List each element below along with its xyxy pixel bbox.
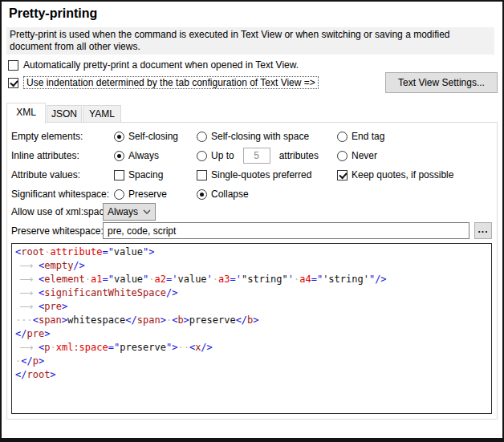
- code-line: ⟶<p·xml:space="preserve">··<x/>: [15, 341, 488, 355]
- radio-self-closing[interactable]: Self-closing: [114, 128, 178, 144]
- auto-pretty-print-label[interactable]: Automatically pretty-print a document wh…: [23, 59, 299, 71]
- self-closing-label: Self-closing: [128, 131, 178, 142]
- code-line: ⟶<pre>: [15, 300, 488, 314]
- radio-up-to[interactable]: Up to attributes: [197, 148, 319, 164]
- never-label: Never: [352, 150, 377, 161]
- preserve-label: Preserve: [128, 189, 167, 200]
- checkbox-keep-quotes[interactable]: Keep quotes, if possible: [337, 167, 453, 183]
- spacing-label: Spacing: [128, 169, 163, 180]
- significant-whitespace-label: Significant whitespace:: [11, 186, 109, 202]
- preserve-whitespace-input[interactable]: [103, 222, 469, 239]
- checkbox-single-quotes[interactable]: Single-quotes preferred: [197, 167, 311, 183]
- attribute-values-label: Attribute values:: [11, 167, 80, 183]
- use-indentation-label[interactable]: Use indentation determined by the tab co…: [23, 76, 319, 89]
- code-line: ·</p>: [15, 355, 488, 368]
- self-closing-radio[interactable]: [114, 132, 124, 142]
- allow-xml-space-label: Allow use of xml:space:: [11, 204, 112, 220]
- pretty-printing-settings-panel: Pretty-printing Pretty-print is used whe…: [0, 0, 504, 442]
- empty-elements-label: Empty elements:: [11, 128, 83, 144]
- xml-space-dropdown[interactable]: Always: [103, 203, 156, 221]
- never-radio[interactable]: [337, 151, 348, 161]
- code-line: ⟶<significantWhiteSpace/>: [15, 286, 488, 300]
- code-line: <root·attribute="value">: [15, 245, 488, 259]
- tab-yaml[interactable]: YAML: [83, 105, 121, 123]
- code-line: </root>: [15, 368, 488, 382]
- end-tag-radio[interactable]: [337, 132, 348, 142]
- code-line: </pre>: [15, 327, 488, 341]
- collapse-label: Collapse: [211, 189, 249, 200]
- up-to-label: Up to: [211, 150, 234, 161]
- self-closing-with-space-label: Self-closing with space: [211, 131, 309, 142]
- radio-self-closing-with-space[interactable]: Self-closing with space: [197, 128, 309, 144]
- code-line: ⟶<element·a1="value"·a2='value'·a3='"str…: [15, 273, 488, 286]
- end-tag-label: End tag: [352, 131, 384, 142]
- up-to-radio[interactable]: [197, 151, 207, 161]
- radio-collapse[interactable]: Collapse: [197, 186, 249, 202]
- code-preview[interactable]: <root·attribute="value">⟶<empty/>⟶<eleme…: [11, 243, 492, 414]
- keep-quotes-checkbox[interactable]: [337, 170, 348, 180]
- radio-end-tag[interactable]: End tag: [337, 128, 384, 144]
- tab-json[interactable]: JSON: [47, 105, 82, 123]
- self-closing-with-space-radio[interactable]: [197, 132, 207, 142]
- keep-quotes-label: Keep quotes, if possible: [352, 169, 453, 180]
- preserve-radio[interactable]: [114, 189, 124, 200]
- single-quotes-label: Single-quotes preferred: [211, 169, 311, 180]
- collapse-radio[interactable]: [197, 189, 207, 200]
- code-line: ⟶<empty/>: [15, 259, 488, 273]
- auto-pretty-print-checkbox[interactable]: [8, 60, 18, 71]
- page-title: Pretty-printing: [9, 6, 97, 21]
- preserve-whitespace-label: Preserve whitespace:: [11, 223, 104, 239]
- checkbox-spacing[interactable]: Spacing: [114, 167, 163, 183]
- up-to-attributes-input[interactable]: [243, 148, 270, 164]
- use-indentation-checkbox[interactable]: [8, 78, 18, 88]
- auto-pretty-print-row: Automatically pretty-print a document wh…: [8, 59, 299, 71]
- always-label: Always: [128, 150, 159, 161]
- radio-never[interactable]: Never: [337, 148, 377, 164]
- single-quotes-checkbox[interactable]: [197, 170, 207, 180]
- tab-xml[interactable]: XML: [6, 103, 46, 124]
- radio-preserve[interactable]: Preserve: [114, 186, 167, 202]
- always-radio[interactable]: [114, 151, 124, 161]
- radio-always[interactable]: Always: [114, 148, 159, 164]
- xml-space-selected-value: Always: [108, 206, 138, 217]
- chevron-down-icon: [143, 209, 151, 214]
- code-line: ···<span>whitespace</span>·<b>preserve</…: [15, 314, 488, 327]
- text-view-settings-button[interactable]: Text View Settings...: [385, 72, 498, 93]
- inline-attributes-label: Inline attributes:: [11, 148, 79, 164]
- spacing-checkbox[interactable]: [114, 170, 124, 180]
- description-text: Pretty-print is used when the command is…: [6, 27, 494, 55]
- use-indentation-row: Use indentation determined by the tab co…: [8, 76, 319, 89]
- attributes-label: attributes: [279, 150, 319, 161]
- browse-button[interactable]: ...: [474, 222, 492, 239]
